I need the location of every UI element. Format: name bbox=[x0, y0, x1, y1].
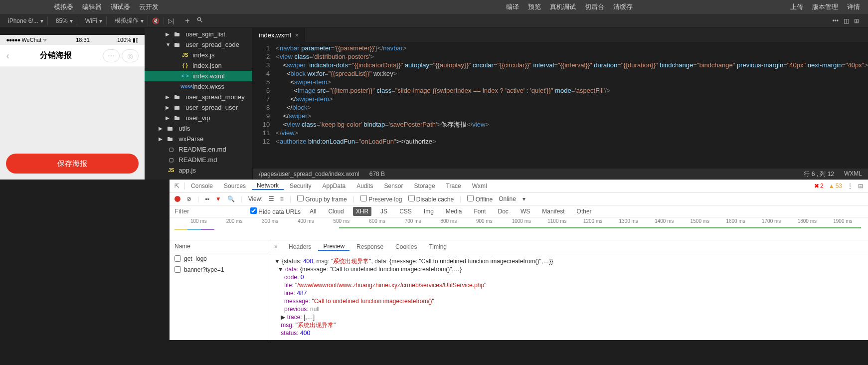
tree-item-user-spread-money[interactable]: ▶user_spread_money bbox=[145, 92, 252, 102]
tab-sensor[interactable]: Sensor bbox=[379, 182, 408, 189]
detail-tab-preview[interactable]: Preview bbox=[318, 243, 349, 251]
simulate-action[interactable]: 模拟操作▾ bbox=[111, 15, 148, 26]
filter-input[interactable] bbox=[174, 207, 244, 215]
tree-item-user-sgin-list[interactable]: ▶user_sgin_list bbox=[145, 29, 252, 39]
split-icon[interactable]: ◫ bbox=[844, 17, 849, 24]
filter-img[interactable]: Img bbox=[421, 207, 437, 216]
disable-cache-checkbox[interactable]: Disable cache bbox=[408, 195, 454, 203]
new-file-icon[interactable]: + bbox=[185, 16, 189, 25]
error-badge[interactable]: ✖ 2 bbox=[814, 182, 824, 189]
menu-debugger[interactable]: 调试器 bbox=[111, 2, 130, 11]
tree-item-user-spread-user[interactable]: ▶user_spread_user bbox=[145, 102, 252, 113]
menu-version[interactable]: 版本管理 bbox=[812, 2, 838, 11]
tree-item-wxParse[interactable]: ▶wxParse bbox=[145, 134, 252, 144]
camera-icon[interactable]: ▪▪ bbox=[205, 195, 209, 202]
menu-simulator[interactable]: 模拟器 bbox=[54, 2, 73, 11]
mute-icon[interactable]: 🔇 bbox=[152, 17, 160, 24]
menu-compile[interactable]: 编译 bbox=[506, 2, 519, 11]
inspect-icon[interactable]: ⇱ bbox=[174, 182, 185, 189]
tree-item-README-md[interactable]: ▢README.md bbox=[145, 155, 252, 165]
close-icon[interactable]: × bbox=[274, 243, 282, 250]
filter-ws[interactable]: WS bbox=[518, 207, 533, 216]
tab-security[interactable]: Security bbox=[285, 182, 316, 189]
menu-editor[interactable]: 编辑器 bbox=[82, 2, 102, 11]
filter-js[interactable]: JS bbox=[377, 207, 390, 216]
zoom-select[interactable]: 85%▾ bbox=[52, 16, 77, 25]
tree-item-utils[interactable]: ▶utils bbox=[145, 123, 252, 134]
code-editor[interactable]: 123456789101112 <navbar parameter='{{par… bbox=[253, 43, 868, 169]
menu-remote-debug[interactable]: 真机调试 bbox=[550, 2, 576, 11]
search-icon[interactable]: 🔍 bbox=[227, 195, 235, 202]
tab-audits[interactable]: Audits bbox=[351, 182, 378, 189]
tree-item-index-json[interactable]: { }index.json bbox=[145, 60, 252, 71]
detail-tab-timing[interactable]: Timing bbox=[424, 243, 452, 250]
filter-font[interactable]: Font bbox=[471, 207, 489, 216]
network-timeline[interactable]: 100 ms200 ms300 ms400 ms500 ms600 ms700 … bbox=[170, 217, 868, 240]
throttle-select[interactable]: Online ▾ bbox=[499, 195, 525, 202]
language-mode[interactable]: WXML bbox=[844, 170, 862, 179]
response-preview[interactable]: ▼ {status: 400, msg: "系统出现异常", data: {me… bbox=[269, 254, 868, 340]
filter-cloud[interactable]: Cloud bbox=[325, 207, 347, 216]
cut-icon[interactable]: ▷| bbox=[164, 17, 174, 24]
filter-doc[interactable]: Doc bbox=[495, 207, 512, 216]
tree-item-index-js[interactable]: JSindex.js bbox=[145, 50, 252, 60]
tab-appdata[interactable]: AppData bbox=[317, 182, 350, 189]
dock-icon[interactable]: ⊟ bbox=[858, 182, 863, 189]
tab-sources[interactable]: Sources bbox=[219, 182, 251, 189]
tree-item-user-vip[interactable]: ▶user_vip bbox=[145, 113, 252, 123]
filter-css[interactable]: CSS bbox=[396, 207, 415, 216]
detail-tab-headers[interactable]: Headers bbox=[284, 243, 316, 250]
request-item[interactable]: banner?type=1 bbox=[170, 264, 269, 275]
layout-icon[interactable]: ⊞ bbox=[854, 17, 859, 24]
tab-wxml[interactable]: Wxml bbox=[467, 182, 492, 189]
menu-cloud[interactable]: 云开发 bbox=[139, 2, 159, 11]
editor-statusbar: /pages/user_spread_code/index.wxml 678 B… bbox=[253, 169, 868, 180]
record-icon[interactable] bbox=[174, 196, 180, 202]
tree-item-app-js[interactable]: JSapp.js bbox=[145, 165, 252, 176]
menu-clear-cache[interactable]: 清缓存 bbox=[613, 2, 633, 11]
tree-item-index-wxml[interactable]: < >index.wxml bbox=[145, 71, 252, 81]
menu-preview[interactable]: 预览 bbox=[528, 2, 541, 11]
filter-icon[interactable]: ▼ bbox=[215, 195, 221, 202]
tab-console[interactable]: Console bbox=[186, 182, 218, 189]
menu-background[interactable]: 切后台 bbox=[585, 2, 604, 11]
preserve-log-checkbox[interactable]: Preserve log bbox=[360, 195, 402, 203]
detail-tab-response[interactable]: Response bbox=[351, 243, 388, 250]
hide-data-urls-checkbox[interactable]: Hide data URLs bbox=[250, 207, 301, 215]
filter-other[interactable]: Other bbox=[574, 207, 595, 216]
more-icon[interactable]: ••• bbox=[832, 17, 839, 24]
clear-icon[interactable]: ⊘ bbox=[186, 195, 191, 202]
filter-all[interactable]: All bbox=[307, 207, 319, 216]
filter-xhr[interactable]: XHR bbox=[353, 207, 371, 216]
tree-item-index-wxss[interactable]: wxssindex.wxss bbox=[145, 81, 252, 92]
detail-tab-cookies[interactable]: Cookies bbox=[390, 243, 422, 250]
more-menu-icon[interactable]: ⋯ bbox=[103, 49, 120, 62]
back-icon[interactable]: ‹ bbox=[6, 50, 9, 61]
save-poster-button[interactable]: 保存海报 bbox=[6, 154, 139, 174]
filter-media[interactable]: Media bbox=[443, 207, 465, 216]
view-small-icon[interactable]: ≡ bbox=[280, 195, 284, 202]
tab-trace[interactable]: Trace bbox=[441, 182, 466, 189]
offline-checkbox[interactable]: Offline bbox=[467, 195, 493, 203]
close-app-icon[interactable]: ◎ bbox=[122, 49, 139, 62]
menu-details[interactable]: 详情 bbox=[847, 2, 860, 11]
search-icon[interactable] bbox=[196, 16, 203, 25]
simulator-panel: ●●●●● WeChat ᯤ 18:31 100% ▮▯ ‹ 分销海报 ⋯ ◎ … bbox=[0, 28, 145, 180]
more-icon[interactable]: ⋮ bbox=[847, 182, 853, 189]
filter-manifest[interactable]: Manifest bbox=[539, 207, 567, 216]
tab-storage[interactable]: Storage bbox=[409, 182, 440, 189]
device-select[interactable]: iPhone 6/...▾ bbox=[4, 16, 48, 25]
tree-item-user-spread-code[interactable]: ▼user_spread_code bbox=[145, 39, 252, 50]
view-label: View: bbox=[248, 195, 263, 202]
request-item[interactable]: get_logo bbox=[170, 253, 269, 264]
tree-item-README-en-md[interactable]: ▢README.en.md bbox=[145, 144, 252, 155]
group-by-frame-checkbox[interactable]: Group by frame bbox=[297, 195, 347, 203]
editor-tab-index-wxml[interactable]: index.wxml × bbox=[253, 28, 305, 43]
network-select[interactable]: WiFi▾ bbox=[81, 16, 107, 25]
close-tab-icon[interactable]: × bbox=[295, 31, 299, 39]
tab-network[interactable]: Network bbox=[252, 182, 284, 190]
warning-badge[interactable]: ▲ 53 bbox=[829, 182, 842, 189]
request-list-header[interactable]: Name bbox=[170, 240, 269, 253]
menu-upload[interactable]: 上传 bbox=[790, 2, 803, 11]
view-large-icon[interactable]: ☰ bbox=[269, 195, 274, 202]
